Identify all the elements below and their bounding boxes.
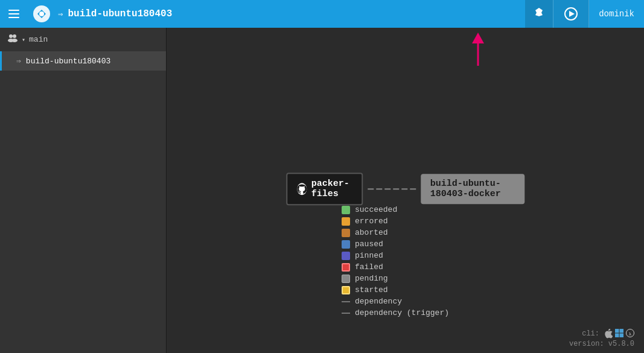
- svg-point-8: [13, 34, 16, 38]
- bottom-bar: cli: λ: [569, 329, 634, 348]
- legend-label-failed: failed: [355, 262, 383, 272]
- app-logo: [28, 0, 56, 28]
- chevron-icon: ▾: [22, 36, 25, 43]
- legend-label-aborted: aborted: [355, 228, 388, 237]
- legend-label-pinned: pinned: [355, 251, 383, 260]
- version-row: version: v5.8.0: [569, 340, 634, 348]
- legend-item-dependency: dependency: [342, 297, 449, 306]
- main-content: packer-files build-ubuntu-180403-docker …: [167, 28, 644, 353]
- legend-item-pending: pending: [342, 274, 449, 283]
- top-bar: ⇒ build-ubuntu180403 dominik: [0, 0, 644, 28]
- legend-item-succeeded: succeeded: [342, 205, 449, 214]
- apple-icon: [604, 329, 613, 339]
- legend-label-paused: paused: [355, 240, 383, 249]
- linux-icon: λ: [626, 329, 634, 337]
- pipeline-icon: ⇒: [16, 56, 21, 66]
- svg-rect-2: [8, 17, 19, 18]
- pipeline-diagram: packer-files build-ubuntu-180403-docker: [286, 173, 525, 205]
- legend-label-pending: pending: [355, 274, 388, 283]
- svg-point-7: [9, 34, 13, 38]
- svg-marker-6: [569, 11, 575, 17]
- hamburger-button[interactable]: [0, 0, 28, 28]
- team-name: main: [29, 35, 48, 44]
- legend-item-started: started: [342, 285, 449, 294]
- legend-dot-pending: [342, 275, 350, 283]
- cli-row: cli: λ: [582, 329, 634, 339]
- cli-icons: λ: [604, 329, 634, 339]
- legend: succeeded errored aborted paused pinned: [342, 205, 449, 320]
- legend-item-aborted: aborted: [342, 228, 449, 237]
- legend-item-dependency-trigger: dependency (trigger): [342, 308, 449, 317]
- svg-rect-14: [620, 329, 624, 333]
- arrow-indicator: [469, 33, 487, 74]
- svg-point-4: [39, 11, 44, 16]
- svg-rect-1: [8, 13, 19, 14]
- windows-icon: [615, 329, 623, 337]
- legend-dot-errored: [342, 217, 350, 226]
- legend-dash-dependency: [342, 301, 350, 302]
- legend-item-paused: paused: [342, 240, 449, 249]
- user-label: dominik: [589, 9, 644, 19]
- pipeline-arrow-icon: ⇒: [58, 9, 63, 19]
- packer-files-label: packer-files: [311, 179, 352, 199]
- play-button[interactable]: [553, 0, 589, 28]
- docker-node-label: build-ubuntu-180403-docker: [430, 179, 515, 199]
- svg-rect-0: [8, 10, 19, 11]
- svg-rect-15: [615, 334, 619, 338]
- legend-label-dependency-trigger: dependency (trigger): [355, 308, 449, 317]
- svg-marker-12: [472, 33, 484, 43]
- sidebar-team-header[interactable]: ▾ main: [0, 28, 166, 51]
- team-icon: [7, 34, 18, 45]
- sidebar-pipeline-item[interactable]: ⇒ build-ubuntu180403: [0, 51, 166, 71]
- legend-dash-trigger: [342, 313, 350, 314]
- sidebar-pipeline-name: build-ubuntu180403: [26, 57, 110, 66]
- legend-dot-succeeded: [342, 206, 350, 214]
- main-layout: ▾ main ⇒ build-ubuntu180403 pa: [0, 28, 644, 353]
- svg-point-10: [11, 39, 18, 42]
- packer-files-node[interactable]: packer-files: [286, 173, 363, 205]
- legend-label-started: started: [355, 285, 388, 294]
- cli-label: cli:: [582, 329, 599, 338]
- legend-label-succeeded: succeeded: [355, 205, 397, 214]
- legend-dot-started: [342, 286, 350, 294]
- version-value: v5.8.0: [608, 340, 634, 348]
- legend-dot-failed: [342, 263, 350, 272]
- legend-label-dependency: dependency: [355, 297, 402, 306]
- pipeline-title: build-ubuntu180403: [68, 8, 525, 19]
- svg-rect-13: [615, 329, 619, 333]
- svg-rect-16: [620, 334, 624, 338]
- legend-item-failed: failed: [342, 262, 449, 272]
- svg-text:λ: λ: [629, 331, 632, 337]
- github-icon: [297, 183, 307, 195]
- legend-dot-paused: [342, 240, 350, 249]
- legend-item-errored: errored: [342, 217, 449, 226]
- legend-label-errored: errored: [355, 217, 388, 226]
- version-label: version:: [569, 340, 608, 348]
- docker-node[interactable]: build-ubuntu-180403-docker: [421, 174, 524, 204]
- sidebar: ▾ main ⇒ build-ubuntu180403: [0, 28, 167, 353]
- legend-dot-pinned: [342, 252, 350, 260]
- legend-item-pinned: pinned: [342, 251, 449, 260]
- connector-line: [363, 188, 421, 189]
- legend-dot-aborted: [342, 229, 350, 237]
- pin-button[interactable]: [525, 0, 553, 28]
